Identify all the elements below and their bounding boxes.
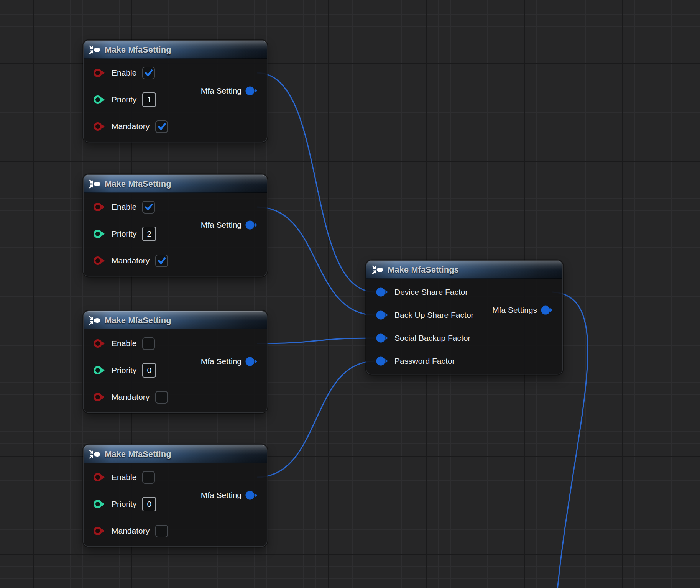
pin-label: Enable (112, 473, 136, 482)
enable-input-pin[interactable] (93, 202, 108, 212)
node-title: Make MfaSetting (105, 315, 171, 325)
enable-input-pin[interactable] (93, 338, 108, 349)
priority-value-input[interactable]: 0 (142, 363, 156, 378)
pin-row: Password Factor (366, 350, 562, 373)
mandatory-checkbox[interactable] (155, 120, 168, 133)
make-struct-icon (89, 178, 101, 190)
pin-row: Mandatory (84, 113, 267, 140)
enable-checkbox[interactable] (142, 67, 155, 79)
pin-label: Back Up Share Factor (394, 310, 474, 320)
wire-connection[interactable] (257, 73, 375, 292)
node-title: Make MfaSetting (105, 449, 171, 459)
priority-input-pin[interactable] (93, 499, 108, 509)
output-pin-row: Mfa Setting (201, 482, 260, 509)
priority-input-pin[interactable] (93, 365, 108, 376)
pin-label: Device Share Factor (394, 287, 468, 297)
node-header[interactable]: Make MfaSetting (84, 311, 267, 329)
pin-label: Mandatory (112, 393, 150, 402)
pin-label: Mfa Setting (201, 86, 242, 95)
pin-label: Enable (112, 339, 136, 348)
priority-input-pin[interactable] (93, 228, 108, 239)
make-struct-icon (89, 44, 101, 56)
node-make-mfasettings[interactable]: Make MfaSettingsDevice Share FactorBack … (366, 261, 562, 374)
pin-label: Mandatory (112, 526, 150, 535)
make-struct-icon (89, 315, 101, 326)
pin-row: Social Backup Factor (366, 327, 562, 350)
pin-label: Enable (112, 68, 136, 77)
mfa-settings-output-pin[interactable] (541, 305, 556, 315)
output-pin-row: Mfa Setting (201, 212, 260, 238)
priority-value-input[interactable]: 2 (142, 227, 156, 241)
pin-row: Mandatory (84, 517, 267, 544)
mfa-setting-output-pin[interactable] (245, 85, 260, 96)
mandatory-input-pin[interactable] (93, 526, 108, 536)
pin-label: Priority (112, 499, 136, 509)
pin-label: Mfa Setting (201, 357, 242, 366)
pin-label: Priority (112, 95, 136, 104)
node-make-mfasetting[interactable]: Make MfaSettingEnablePriority1MandatoryM… (84, 41, 267, 142)
mandatory-input-pin[interactable] (93, 121, 108, 132)
mandatory-checkbox[interactable] (155, 255, 168, 267)
output-pin-row: Mfa Settings (492, 299, 556, 322)
pin-row: Mandatory (84, 247, 267, 274)
social-backup-factor-input-pin[interactable] (376, 333, 391, 343)
pin-label: Mandatory (112, 256, 150, 265)
node-header[interactable]: Make MfaSetting (84, 445, 267, 463)
pin-label: Password Factor (394, 356, 455, 366)
node-header[interactable]: Make MfaSettings (366, 261, 562, 279)
node-make-mfasetting[interactable]: Make MfaSettingEnablePriority0MandatoryM… (84, 311, 267, 412)
enable-input-pin[interactable] (93, 472, 108, 483)
priority-value-input[interactable]: 1 (142, 92, 156, 107)
blueprint-graph-canvas[interactable]: Make MfaSettingEnablePriority1MandatoryM… (0, 0, 700, 588)
pin-row: Mandatory (84, 384, 267, 411)
mfa-setting-output-pin[interactable] (245, 356, 260, 367)
enable-checkbox[interactable] (142, 337, 155, 350)
password-factor-input-pin[interactable] (376, 356, 391, 366)
back-up-share-factor-input-pin[interactable] (376, 310, 391, 320)
pin-label: Priority (112, 366, 136, 375)
pin-label: Mfa Setting (201, 491, 242, 500)
enable-checkbox[interactable] (142, 201, 155, 214)
mandatory-input-pin[interactable] (93, 392, 108, 402)
pin-label: Mfa Settings (492, 305, 537, 315)
pin-label: Mandatory (112, 122, 150, 131)
wire-connection[interactable] (257, 207, 375, 315)
wire-connection[interactable] (257, 361, 375, 477)
node-header[interactable]: Make MfaSetting (84, 41, 267, 59)
output-pin-row: Mfa Setting (201, 348, 260, 375)
mandatory-checkbox[interactable] (155, 525, 168, 537)
node-title: Make MfaSettings (388, 265, 459, 275)
enable-input-pin[interactable] (93, 67, 108, 78)
pin-label: Enable (112, 202, 136, 212)
mandatory-input-pin[interactable] (93, 255, 108, 266)
wire-connection[interactable] (257, 338, 375, 343)
node-make-mfasetting[interactable]: Make MfaSettingEnablePriority2MandatoryM… (84, 175, 267, 276)
priority-input-pin[interactable] (93, 94, 108, 105)
pin-label: Social Backup Factor (394, 333, 470, 343)
output-pin-row: Mfa Setting (201, 77, 260, 104)
node-title: Make MfaSetting (105, 45, 171, 55)
make-struct-icon (371, 264, 384, 276)
make-struct-icon (89, 448, 101, 460)
priority-value-input[interactable]: 0 (142, 497, 156, 511)
pin-label: Mfa Setting (201, 220, 242, 230)
device-share-factor-input-pin[interactable] (376, 287, 391, 297)
enable-checkbox[interactable] (142, 471, 155, 484)
mfa-setting-output-pin[interactable] (245, 220, 260, 230)
pin-label: Priority (112, 229, 136, 238)
mfa-setting-output-pin[interactable] (245, 490, 260, 501)
node-title: Make MfaSetting (105, 179, 171, 189)
node-make-mfasetting[interactable]: Make MfaSettingEnablePriority0MandatoryM… (84, 445, 267, 546)
mandatory-checkbox[interactable] (155, 391, 168, 404)
node-header[interactable]: Make MfaSetting (84, 175, 267, 193)
